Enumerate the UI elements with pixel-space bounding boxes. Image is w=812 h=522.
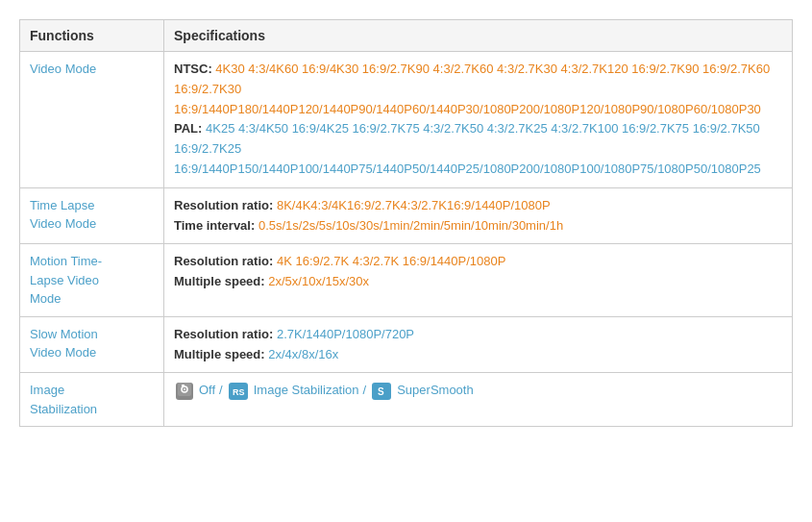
table-row: Motion Time-Lapse VideoMode Resolution r…	[20, 244, 793, 317]
table-row: Time LapseVideo Mode Resolution ratio: 8…	[20, 187, 793, 244]
header-functions: Functions	[20, 20, 164, 52]
stabilization-options: Off / RS Image Stabilization / S	[174, 381, 782, 401]
spec-time-lapse: Resolution ratio: 8K/4K4:3/4K16:9/2.7K4:…	[164, 187, 793, 244]
resolution-value: 8K/4K4:3/4K16:9/2.7K4:3/2.7K16:9/1440P/1…	[277, 198, 551, 212]
supersmooth-label: SuperSmooth	[397, 381, 474, 401]
function-label: ImageStabilization	[20, 373, 164, 427]
off-icon	[176, 383, 193, 400]
function-label: Time LapseVideo Mode	[20, 187, 164, 244]
function-label: Video Mode	[20, 52, 164, 188]
resolution-label: Resolution ratio:	[174, 198, 273, 212]
spec-slow-motion: Resolution ratio: 2.7K/1440P/1080P/720P …	[164, 316, 793, 373]
function-label: Motion Time-Lapse VideoMode	[20, 244, 164, 317]
stabilization-label: Image Stabilization	[254, 381, 359, 401]
table-row: Slow MotionVideo Mode Resolution ratio: …	[20, 316, 793, 373]
interval-label: Time interval:	[174, 218, 255, 233]
ntsc-label: NTSC:	[174, 62, 212, 76]
separator2: /	[363, 381, 367, 401]
svg-rect-3	[182, 385, 185, 386]
off-label: Off	[199, 381, 215, 401]
svg-point-2	[184, 388, 185, 390]
supersmooth-icon: S	[372, 383, 391, 400]
rocksteady-icon: RS	[229, 383, 248, 400]
pal-label: PAL:	[174, 121, 202, 136]
pal-value: 4K25 4:3/4K50 16:9/4K25 16:9/2.7K75 4:3/…	[174, 121, 761, 176]
separator1: /	[219, 381, 223, 401]
header-specifications: Specifications	[164, 20, 793, 52]
spec-image-stabilization: Off / RS Image Stabilization / S	[164, 373, 793, 427]
spec-video-mode: NTSC: 4K30 4:3/4K60 16:9/4K30 16:9/2.7K9…	[164, 52, 793, 188]
speed-value: 2x/4x/8x/16x	[268, 347, 338, 361]
table-row: ImageStabilization Off /	[20, 373, 793, 427]
svg-text:RS: RS	[233, 387, 245, 397]
spec-motion-timelapse: Resolution ratio: 4K 16:9/2.7K 4:3/2.7K …	[164, 244, 793, 317]
resolution-label: Resolution ratio:	[174, 254, 273, 268]
speed-label: Multiple speed:	[174, 274, 265, 288]
speed-label: Multiple speed:	[174, 347, 265, 361]
interval-value: 0.5s/1s/2s/5s/10s/30s/1min/2min/5min/10m…	[258, 218, 563, 233]
svg-text:S: S	[378, 386, 384, 397]
function-label: Slow MotionVideo Mode	[20, 316, 164, 373]
ntsc-value: 4K30 4:3/4K60 16:9/4K30 16:9/2.7K90 4:3/…	[174, 62, 770, 116]
table-row: Video Mode NTSC: 4K30 4:3/4K60 16:9/4K30…	[20, 52, 793, 188]
resolution-value: 4K 16:9/2.7K 4:3/2.7K 16:9/1440P/1080P	[277, 254, 506, 268]
resolution-value: 2.7K/1440P/1080P/720P	[277, 327, 414, 341]
speed-value: 2x/5x/10x/15x/30x	[268, 274, 369, 288]
specs-table: Functions Specifications Video Mode NTSC…	[19, 19, 793, 427]
resolution-label: Resolution ratio:	[174, 327, 273, 341]
